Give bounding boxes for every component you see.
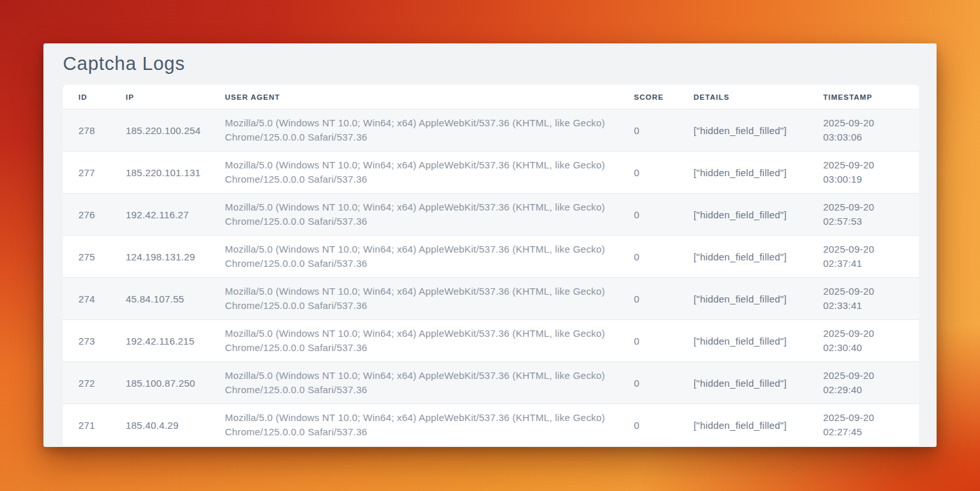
column-header-timestamp: TIMESTAMP bbox=[808, 85, 919, 109]
cell-ip: 185.100.87.250 bbox=[110, 362, 209, 404]
user-agent-line2: Chrome/125.0.0.0 Safari/537.36 bbox=[225, 341, 618, 355]
cell-details: ["hidden_field_filled"] bbox=[678, 404, 808, 446]
cell-user-agent: Mozilla/5.0 (Windows NT 10.0; Win64; x64… bbox=[209, 109, 618, 151]
cell-score: 0 bbox=[618, 362, 678, 404]
cell-details: ["hidden_field_filled"] bbox=[678, 109, 808, 151]
table-body: 278 185.220.100.254 Mozilla/5.0 (Windows… bbox=[63, 109, 919, 446]
user-agent-line2: Chrome/125.0.0.0 Safari/537.36 bbox=[225, 214, 618, 229]
column-header-id: ID bbox=[63, 85, 110, 109]
cell-timestamp: 2025-09-20 03:03:06 bbox=[808, 109, 919, 151]
cell-id: 278 bbox=[63, 109, 110, 151]
cell-ip: 185.40.4.29 bbox=[110, 404, 209, 446]
cell-score: 0 bbox=[618, 404, 678, 446]
table-row: 271 185.40.4.29 Mozilla/5.0 (Windows NT … bbox=[63, 404, 919, 446]
table-row: 275 124.198.131.29 Mozilla/5.0 (Windows … bbox=[63, 235, 919, 277]
cell-ip: 185.220.100.254 bbox=[110, 109, 209, 151]
user-agent-line1: Mozilla/5.0 (Windows NT 10.0; Win64; x64… bbox=[225, 158, 618, 172]
cell-timestamp: 2025-09-20 02:30:40 bbox=[808, 320, 919, 361]
user-agent-line1: Mozilla/5.0 (Windows NT 10.0; Win64; x64… bbox=[225, 116, 618, 130]
captcha-logs-table: ID IP USER AGENT SCORE DETAILS TIMESTAMP… bbox=[63, 85, 919, 446]
cell-user-agent: Mozilla/5.0 (Windows NT 10.0; Win64; x64… bbox=[209, 236, 618, 277]
table-row: 276 192.42.116.27 Mozilla/5.0 (Windows N… bbox=[63, 193, 919, 235]
user-agent-line1: Mozilla/5.0 (Windows NT 10.0; Win64; x64… bbox=[225, 369, 618, 383]
timestamp-date: 2025-09-20 bbox=[823, 116, 919, 130]
cell-details: ["hidden_field_filled"] bbox=[678, 320, 808, 361]
cell-user-agent: Mozilla/5.0 (Windows NT 10.0; Win64; x64… bbox=[209, 320, 618, 361]
user-agent-line1: Mozilla/5.0 (Windows NT 10.0; Win64; x64… bbox=[225, 411, 618, 425]
cell-id: 272 bbox=[63, 362, 110, 404]
table-row: 278 185.220.100.254 Mozilla/5.0 (Windows… bbox=[63, 109, 919, 151]
user-agent-line2: Chrome/125.0.0.0 Safari/537.36 bbox=[225, 172, 618, 187]
cell-timestamp: 2025-09-20 02:29:40 bbox=[808, 362, 919, 404]
timestamp-date: 2025-09-20 bbox=[823, 369, 919, 383]
cell-timestamp: 2025-09-20 02:27:45 bbox=[808, 404, 919, 446]
timestamp-date: 2025-09-20 bbox=[823, 200, 919, 214]
timestamp-time: 02:30:40 bbox=[823, 341, 919, 355]
cell-ip: 192.42.116.27 bbox=[110, 194, 209, 235]
user-agent-line2: Chrome/125.0.0.0 Safari/537.36 bbox=[225, 257, 618, 271]
table-row: 274 45.84.107.55 Mozilla/5.0 (Windows NT… bbox=[63, 277, 919, 319]
cell-id: 275 bbox=[63, 236, 110, 277]
user-agent-line2: Chrome/125.0.0.0 Safari/537.36 bbox=[225, 425, 618, 439]
user-agent-line1: Mozilla/5.0 (Windows NT 10.0; Win64; x64… bbox=[225, 200, 618, 214]
cell-ip: 192.42.116.215 bbox=[110, 320, 209, 361]
cell-details: ["hidden_field_filled"] bbox=[678, 152, 808, 193]
cell-score: 0 bbox=[618, 109, 678, 151]
timestamp-date: 2025-09-20 bbox=[823, 411, 919, 425]
cell-ip: 124.198.131.29 bbox=[110, 236, 209, 277]
cell-score: 0 bbox=[618, 278, 678, 319]
table-row: 272 185.100.87.250 Mozilla/5.0 (Windows … bbox=[63, 361, 919, 404]
cell-score: 0 bbox=[618, 320, 678, 361]
cell-id: 277 bbox=[63, 152, 110, 193]
cell-user-agent: Mozilla/5.0 (Windows NT 10.0; Win64; x64… bbox=[209, 278, 618, 319]
cell-timestamp: 2025-09-20 02:37:41 bbox=[808, 236, 919, 277]
timestamp-date: 2025-09-20 bbox=[823, 326, 919, 341]
cell-details: ["hidden_field_filled"] bbox=[678, 278, 808, 319]
cell-user-agent: Mozilla/5.0 (Windows NT 10.0; Win64; x64… bbox=[209, 194, 618, 235]
cell-id: 274 bbox=[63, 278, 110, 319]
cell-timestamp: 2025-09-20 02:33:41 bbox=[808, 278, 919, 319]
timestamp-time: 02:37:41 bbox=[823, 257, 919, 271]
cell-user-agent: Mozilla/5.0 (Windows NT 10.0; Win64; x64… bbox=[209, 404, 618, 446]
cell-id: 271 bbox=[63, 404, 110, 446]
timestamp-time: 03:00:19 bbox=[823, 172, 919, 187]
column-header-ip: IP bbox=[110, 85, 209, 109]
timestamp-time: 02:29:40 bbox=[823, 383, 919, 397]
user-agent-line1: Mozilla/5.0 (Windows NT 10.0; Win64; x64… bbox=[225, 284, 618, 299]
cell-details: ["hidden_field_filled"] bbox=[678, 236, 808, 277]
timestamp-date: 2025-09-20 bbox=[823, 158, 919, 172]
cell-details: ["hidden_field_filled"] bbox=[678, 194, 808, 235]
cell-ip: 185.220.101.131 bbox=[110, 152, 209, 193]
user-agent-line2: Chrome/125.0.0.0 Safari/537.36 bbox=[225, 383, 618, 397]
user-agent-line1: Mozilla/5.0 (Windows NT 10.0; Win64; x64… bbox=[225, 326, 618, 341]
cell-details: ["hidden_field_filled"] bbox=[678, 362, 808, 404]
timestamp-time: 02:57:53 bbox=[823, 214, 919, 229]
timestamp-date: 2025-09-20 bbox=[823, 284, 919, 299]
cell-ip: 45.84.107.55 bbox=[110, 278, 209, 319]
cell-timestamp: 2025-09-20 02:57:53 bbox=[808, 194, 919, 235]
column-header-user-agent: USER AGENT bbox=[209, 85, 618, 109]
cell-score: 0 bbox=[618, 152, 678, 193]
timestamp-time: 02:27:45 bbox=[823, 425, 919, 439]
page-title: Captcha Logs bbox=[43, 43, 937, 85]
table-header-row: ID IP USER AGENT SCORE DETAILS TIMESTAMP bbox=[63, 85, 919, 109]
user-agent-line1: Mozilla/5.0 (Windows NT 10.0; Win64; x64… bbox=[225, 242, 618, 257]
cell-timestamp: 2025-09-20 03:00:19 bbox=[808, 152, 919, 193]
timestamp-time: 03:03:06 bbox=[823, 130, 919, 144]
cell-score: 0 bbox=[618, 236, 678, 277]
table-row: 273 192.42.116.215 Mozilla/5.0 (Windows … bbox=[63, 319, 919, 361]
timestamp-time: 02:33:41 bbox=[823, 299, 919, 313]
table-row: 277 185.220.101.131 Mozilla/5.0 (Windows… bbox=[63, 151, 919, 193]
cell-id: 273 bbox=[63, 320, 110, 361]
user-agent-line2: Chrome/125.0.0.0 Safari/537.36 bbox=[225, 299, 618, 313]
cell-id: 276 bbox=[63, 194, 110, 235]
cell-score: 0 bbox=[618, 194, 678, 235]
cell-user-agent: Mozilla/5.0 (Windows NT 10.0; Win64; x64… bbox=[209, 152, 618, 193]
captcha-logs-card: Captcha Logs ID IP USER AGENT SCORE DETA… bbox=[43, 43, 937, 447]
column-header-details: DETAILS bbox=[678, 85, 808, 109]
user-agent-line2: Chrome/125.0.0.0 Safari/537.36 bbox=[225, 130, 618, 144]
column-header-score: SCORE bbox=[618, 85, 678, 109]
timestamp-date: 2025-09-20 bbox=[823, 242, 919, 257]
cell-user-agent: Mozilla/5.0 (Windows NT 10.0; Win64; x64… bbox=[209, 362, 618, 404]
